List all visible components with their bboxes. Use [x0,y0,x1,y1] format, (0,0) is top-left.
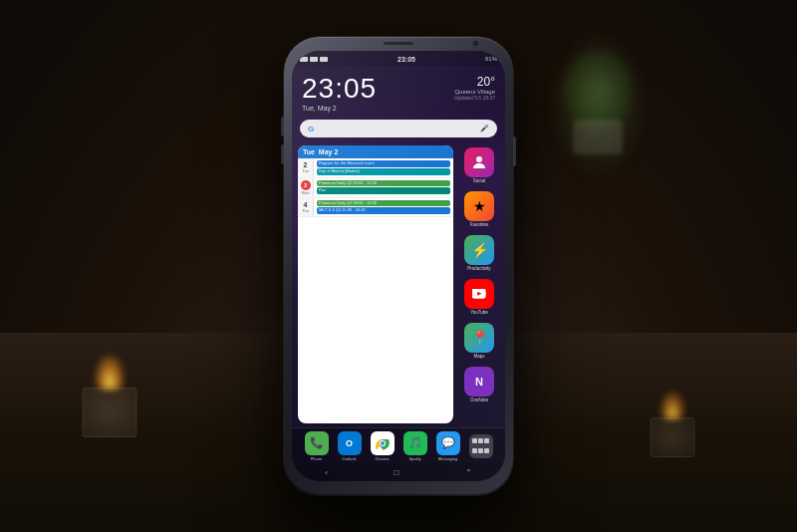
calendar-widget[interactable]: Tue May 2 2 Tue Register for the Microso… [298,145,453,423]
dock-chrome[interactable]: Chrome [371,431,395,461]
phone-app-label: Phone [311,456,323,461]
outlook-icon: O [338,431,362,455]
dock-outlook[interactable]: O Outlook [338,431,362,461]
calendar-row-may4: 4 Thu Poketone Daily Q2 09:00 - 12:00 MK… [298,198,453,218]
productivity-icon: ⚡ [464,235,494,265]
social-label: Social [473,178,485,183]
signal-icon [320,57,328,62]
messages-icon: 💬 [436,431,460,455]
spotify-label: Spotify [408,456,420,461]
front-camera [473,41,478,46]
spotify-icon: 🎵 [403,431,427,455]
clock-date: Tue, May 2 [302,105,377,112]
back-button[interactable]: ‹ [325,468,328,477]
messages-label: Messaging [438,456,457,461]
cal-date-3: 3 Wed [298,178,314,197]
maps-icon: 📍 [464,323,494,353]
phone-body: 23:05 61% 23:05 Tue, May 2 20° Queens Vi… [284,37,513,495]
clock-area: 23:05 Tue, May 2 20° Queens Village Upda… [292,67,505,116]
phone-screen[interactable]: 23:05 61% 23:05 Tue, May 2 20° Queens Vi… [292,51,505,481]
status-time: 23:05 [398,56,415,63]
wifi-icon [310,57,318,62]
phone: 23:05 61% 23:05 Tue, May 2 20° Queens Vi… [284,37,513,495]
phone-app-icon: 📞 [305,431,329,455]
candle-left-flame [95,355,125,390]
google-g-icon: G [308,125,314,133]
candle-right-flame [661,392,685,419]
navigation-bar: ‹ □ ⌃ [292,463,505,481]
cal-event-poketone-daily-2: Poketone Daily Q2 09:00 - 12:00 [317,200,450,207]
youtube-icon [464,279,494,309]
clock-time: 23:05 [302,75,377,103]
candle-right-body [651,417,695,457]
onenote-label: OneNote [470,398,488,402]
plant-leaves [563,50,633,130]
chrome-icon [371,431,395,455]
app-maps[interactable]: 📍 Maps [464,323,494,359]
productivity-label: Productivity [467,266,490,271]
status-bar: 23:05 61% [292,51,505,67]
dock-apps-grid[interactable] [469,434,493,458]
cal-event-poketone-daily-1: Poketone Daily Q2 09:00 - 12:00 [317,180,450,187]
candle-right [643,388,702,457]
power-button [513,136,516,166]
mic-icon: 🎤 [480,125,489,133]
onenote-icon: N [464,367,494,397]
outlook-label: Outlook [343,456,357,461]
plant-decoration [563,50,633,154]
weather-temp: 20° [454,75,495,89]
chrome-label: Chrome [375,456,389,461]
dock-phone[interactable]: 📞 Phone [305,431,329,461]
social-icon [464,147,494,177]
favorites-icon: ★ [464,191,494,221]
calendar-header: Tue May 2 [298,145,453,158]
status-icons-left [300,57,328,62]
weather-widget: 20° Queens Village Updated 5.5 18:37 [454,75,495,101]
dock-spotify[interactable]: 🎵 Spotify [403,431,427,461]
maps-label: Maps [473,354,484,359]
weather-updated: Updated 5.5 18:37 [454,95,495,101]
google-search-bar[interactable]: G 🎤 [300,120,497,137]
favorites-label: Favorites [470,222,489,227]
plant-pot [573,120,623,154]
calendar-row-may3: 3 Wed Poketone Daily Q2 09:00 - 12:00 Ru… [298,178,453,198]
app-productivity[interactable]: ⚡ Productivity [464,235,494,271]
cal-date-4: 4 Thu [298,198,314,217]
app-favorites[interactable]: ★ Favorites [464,191,494,227]
scene: 23:05 61% 23:05 Tue, May 2 20° Queens Vi… [0,0,797,532]
app-grid: Tue May 2 2 Tue Register for the Microso… [292,141,505,427]
right-app-column: Social ★ Favorites ⚡ Productivity [459,145,499,423]
apps-grid-icon [469,434,493,458]
app-social[interactable]: Social [464,147,494,183]
home-button[interactable]: □ [394,468,398,477]
cal-event-madrid: Day of Madrid (Madrid) [317,168,450,175]
app-youtube[interactable]: YouTube [464,279,494,315]
svg-point-2 [381,441,385,445]
dock-messages[interactable]: 💬 Messaging [436,431,460,461]
candle-left [75,358,144,437]
status-battery: 61% [485,56,497,62]
volume-up-button [281,117,284,136]
dock: 📞 Phone O Outlook [292,427,505,463]
volume-down-button [281,144,284,164]
calendar-row-may2: 2 Tue Register for the Microsoft event D… [298,158,453,178]
phone-speaker [384,42,413,45]
cal-event-microsoft: Register for the Microsoft event [317,160,450,167]
cal-event-run: Run [317,187,450,194]
screen-content: 23:05 61% 23:05 Tue, May 2 20° Queens Vi… [292,51,505,481]
bluetooth-icon [300,57,308,62]
app-onenote[interactable]: N OneNote [464,367,494,402]
recent-apps-button[interactable]: ⌃ [465,468,472,477]
youtube-label: YouTube [470,310,488,315]
svg-point-0 [476,156,482,162]
cal-event-mkt: MKT S-8 Q2 21:00 - 22:00 [317,207,450,214]
candle-left-body [83,388,137,437]
cal-date-2: 2 Tue [298,158,314,177]
